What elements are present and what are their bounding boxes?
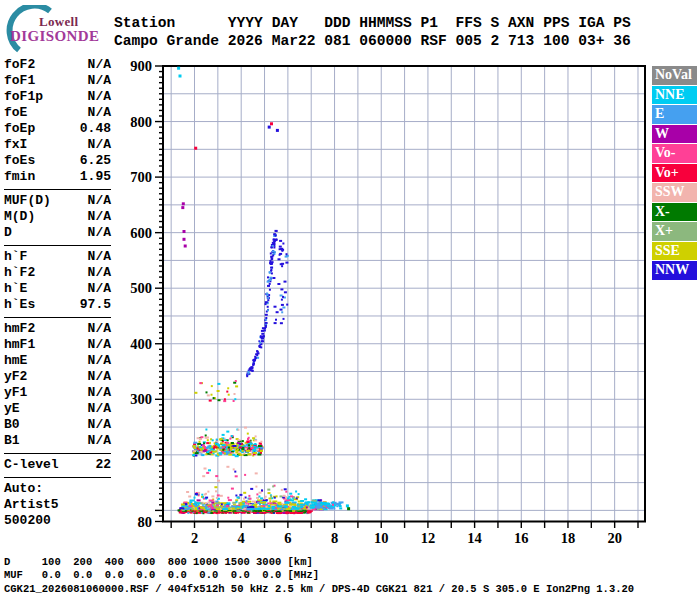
param-value: N/A [88,265,111,281]
svg-text:10: 10 [374,530,389,546]
svg-text:80: 80 [138,514,153,530]
param-row: yF1N/A [4,385,111,401]
param-row: foEs6.25 [4,153,111,169]
parameter-panel: foF2N/AfoF1N/AfoF1pN/AfoEN/AfoEp0.48fxIN… [4,57,111,529]
param-row: foF1pN/A [4,89,111,105]
legend-item-Vo-: Vo- [652,144,697,163]
param-label: MUF(D) [4,193,51,209]
param-label: h`F2 [4,265,35,281]
muf-row: MUF 0.0 0.0 0.0 0.0 0.0 0.0 0.0 0.0 [MHz… [4,569,634,582]
param-label: M(D) [4,209,35,225]
param-value: N/A [88,209,111,225]
param-value: N/A [88,249,111,265]
param-label: yE [4,401,20,417]
param-divider [4,317,111,318]
param-value: N/A [88,57,111,73]
param-row: yEN/A [4,401,111,417]
svg-text:20: 20 [607,530,622,546]
param-label: Artist5 [4,497,59,513]
param-label: hmE [4,353,27,369]
param-row: C-level22 [4,457,111,473]
param-label: B0 [4,417,20,433]
svg-text:16: 16 [514,530,529,546]
svg-text:2: 2 [191,530,198,546]
axis-ticks [155,66,638,528]
param-row: Artist5 [4,497,111,513]
param-value: N/A [88,417,111,433]
legend-item-NNW: NNW [652,261,697,280]
param-value: 0.48 [80,121,111,137]
header-block: Station YYYY DAY DDD HHMMSS P1 FFS S AXN… [114,14,631,50]
param-label: foF1p [4,89,43,105]
param-label: foE [4,105,27,121]
param-row: foEN/A [4,105,111,121]
legend-item-E: E [652,105,697,124]
param-label: foEs [4,153,35,169]
legend-item-SSW: SSW [652,183,697,202]
svg-text:18: 18 [561,530,576,546]
param-value: 6.25 [80,153,111,169]
param-row: foEp0.48 [4,121,111,137]
legend-item-X+: X+ [652,222,697,241]
param-value: N/A [88,193,111,209]
svg-text:700: 700 [130,169,152,185]
svg-text:8: 8 [331,530,338,546]
svg-text:600: 600 [130,225,152,241]
svg-text:800: 800 [130,114,152,130]
param-value: N/A [88,105,111,121]
svg-text:400: 400 [130,336,152,352]
echo-points [177,67,350,515]
param-label: Auto: [4,481,43,497]
param-row: yF2N/A [4,369,111,385]
param-label: yF2 [4,369,27,385]
param-row: fmin1.95 [4,169,111,185]
param-value: 1.95 [80,169,111,185]
logo-text-digisonde: DIGISONDE [10,28,99,45]
param-label: fmin [4,169,35,185]
param-divider [4,245,111,246]
param-value: N/A [88,225,111,241]
svg-text:12: 12 [421,530,436,546]
svg-text:300: 300 [130,391,152,407]
param-value: N/A [88,401,111,417]
param-value: N/A [88,433,111,449]
param-label: h`Es [4,297,35,313]
svg-text:6: 6 [284,530,291,546]
header-column-titles: Station YYYY DAY DDD HHMMSS P1 FFS S AXN… [114,14,631,32]
param-label: hmF1 [4,337,35,353]
file-info-line: CGK21_2026081060000.RSF / 404fx512h 50 k… [4,583,634,596]
param-label: B1 [4,433,20,449]
footer-block: D 100 200 400 600 800 1000 1500 3000 [km… [4,556,634,596]
ionogram-viewer: { "logo": { "top": "Lowell", "bottom": "… [0,0,700,600]
svg-text:900: 900 [130,58,152,74]
param-divider [4,477,111,478]
param-label: foF1 [4,73,35,89]
param-value: N/A [88,137,111,153]
param-row: hmF2N/A [4,321,111,337]
param-row: h`F2N/A [4,265,111,281]
param-value: N/A [88,385,111,401]
legend-item-SSE: SSE [652,242,697,261]
param-row: M(D)N/A [4,209,111,225]
param-row: B0N/A [4,417,111,433]
param-label: hmF2 [4,321,35,337]
param-label: yF1 [4,385,27,401]
param-row: foF1N/A [4,73,111,89]
d-distance-row: D 100 200 400 600 800 1000 1500 3000 [km… [4,556,634,569]
param-row: fxIN/A [4,137,111,153]
param-row: h`Es97.5 [4,297,111,313]
param-label: D [4,225,12,241]
param-value: N/A [88,89,111,105]
param-value: 22 [95,457,111,473]
plot-gridlines [163,66,645,522]
param-label: fxI [4,137,27,153]
legend-item-NNE: NNE [652,86,697,105]
svg-text:500: 500 [130,280,152,296]
svg-text:14: 14 [467,530,482,546]
doppler-direction-legend: NoValNNEEWVo-Vo+SSWX-X+SSENNW [652,66,697,281]
param-label: C-level [4,457,59,473]
lowell-digisonde-logo: Lowell DIGISONDE [2,2,114,52]
param-row: hmEN/A [4,353,111,369]
param-value: N/A [88,321,111,337]
legend-item-Vo+: Vo+ [652,164,697,183]
